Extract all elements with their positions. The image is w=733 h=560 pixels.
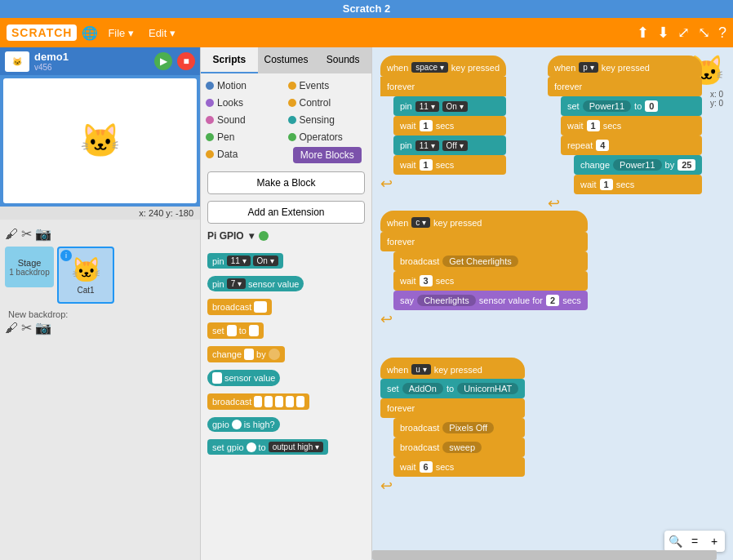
main-layout: 🐱 demo1 v456 ▶ ■ 🐱 x: 240 y: -180 🖌 ✂ 📷 [0, 47, 733, 560]
scripts-canvas[interactable]: 🐱 x: 0y: 0 when space ▾ key pressed fore… [372, 47, 733, 560]
category-sound[interactable]: Sound [206, 113, 285, 127]
tab-sounds[interactable]: Sounds [314, 47, 371, 73]
hat-block-c[interactable]: when c ▾ key pressed [380, 211, 588, 232]
upload-icon[interactable]: ⬆ [637, 24, 649, 42]
pin-sensor-block-item[interactable]: pin 7 ▾ sensor value [207, 273, 365, 294]
cat-sprite-label: Cat1 [77, 286, 94, 295]
sensor-value-block-item[interactable]: sensor value [207, 367, 365, 389]
say-cheerlights-block[interactable]: say Cheerlights sensor value for 2 secs [393, 291, 588, 310]
category-motion[interactable]: Motion [206, 78, 285, 93]
help-icon[interactable]: ? [718, 24, 726, 42]
category-sensing[interactable]: Sensing [288, 113, 367, 127]
cut-icon[interactable]: ✂ [21, 226, 32, 242]
wait-1-block-1[interactable]: wait 1 secs [393, 116, 506, 136]
zoom-out-button[interactable]: 🔍 [667, 533, 683, 549]
end-arrow-3: ↩ [380, 310, 588, 328]
wait-3-block[interactable]: wait 3 secs [393, 271, 588, 291]
blocks-list: pin 11 ▾ On ▾ pin 7 ▾ sensor value broad… [201, 245, 371, 560]
stage-header: 🐱 demo1 v456 ▶ ■ [0, 47, 200, 75]
stage-backdrop-count: 1 backdrop [9, 268, 49, 277]
change-by-block-item[interactable]: change by [207, 344, 365, 365]
red-stop-button[interactable]: ■ [177, 52, 195, 70]
file-menu[interactable]: File ▾ [103, 25, 139, 41]
wait-p-block[interactable]: wait 1 secs [561, 116, 702, 136]
zoom-reset-button[interactable]: = [686, 533, 703, 549]
stage-sprite-item[interactable]: Stage 1 backdrop [5, 247, 54, 287]
set-power11-block[interactable]: set Power11 to 0 [561, 96, 702, 116]
category-pen[interactable]: Pen [206, 130, 285, 144]
categories-right: Events Control Sensing Operators More Bl… [288, 78, 367, 163]
set-addon-block[interactable]: set AddOn to UnicornHAT [380, 379, 525, 398]
pi-gpio-label: Pi GPIO [207, 230, 244, 242]
category-looks[interactable]: Looks [206, 96, 285, 110]
edit-menu[interactable]: Edit ▾ [144, 25, 180, 41]
end-arrow-4: ↩ [380, 477, 525, 495]
window-title: Scratch 2 [343, 2, 391, 15]
add-extension-button[interactable]: Add an Extension [207, 201, 365, 224]
hat-block-p[interactable]: when p ▾ key pressed [548, 56, 702, 77]
sprite-info-icon[interactable]: i [60, 250, 72, 261]
repeat-4-block[interactable]: repeat 4 [561, 136, 702, 155]
menu-bar: SCRATCH 🌐 File ▾ Edit ▾ ⬆ ⬇ ⤢ ⤡ ? [0, 18, 733, 47]
cat-sprite-item[interactable]: i 🐱 Cat1 [57, 247, 114, 304]
pin-block-item[interactable]: pin 11 ▾ On ▾ [207, 251, 365, 271]
backdrop-paint-icon[interactable]: 🖌 [5, 321, 18, 336]
wait-2-block-1[interactable]: wait 1 secs [393, 155, 506, 175]
left-panel: 🐱 demo1 v456 ▶ ■ 🐱 x: 240 y: -180 🖌 ✂ 📷 [0, 47, 201, 560]
wait-6-block[interactable]: wait 6 secs [393, 457, 525, 477]
forever-block-4[interactable]: forever [380, 398, 525, 418]
broadcast-multi-block-item[interactable]: broadcast [207, 391, 365, 412]
zoom-in-button[interactable]: + [706, 533, 722, 549]
green-flag-button[interactable]: ▶ [154, 52, 172, 70]
gpio-status-dot [259, 231, 269, 241]
category-control[interactable]: Control [288, 96, 367, 110]
hat-block-u[interactable]: when u ▾ key pressed [380, 358, 525, 379]
broadcast-cheerlights-block[interactable]: broadcast Get Cheerlights [393, 251, 588, 271]
script-stack-3: when c ▾ key pressed forever broadcast G… [380, 211, 588, 328]
new-backdrop-label: New backdrop: [5, 308, 71, 321]
stage-area: 🐱 demo1 v456 ▶ ■ 🐱 [0, 47, 200, 207]
forever-block-2[interactable]: forever [548, 77, 702, 96]
backdrop-cut-icon[interactable]: ✂ [21, 320, 32, 336]
wait-repeat-block[interactable]: wait 1 secs [574, 175, 702, 194]
category-operators[interactable]: Operators [288, 130, 367, 144]
download-icon[interactable]: ⬇ [657, 24, 669, 42]
category-data[interactable]: Data [206, 147, 285, 162]
make-block-button[interactable]: Make a Block [207, 171, 365, 194]
backdrop-camera-icon[interactable]: 📷 [35, 320, 51, 336]
backdrop-tools: 🖌 ✂ 📷 [5, 320, 195, 336]
shrink-icon[interactable]: ⤡ [698, 24, 710, 42]
scripts-panel: 🐱 x: 0y: 0 when space ▾ key pressed fore… [372, 47, 733, 560]
project-name: demo1 [34, 51, 69, 63]
broadcast-sweep-block[interactable]: broadcast sweep [393, 438, 525, 457]
forever-block-1[interactable]: forever [380, 77, 506, 96]
tabs: Scripts Costumes Sounds [201, 47, 371, 73]
forever-block-3[interactable]: forever [380, 232, 588, 251]
more-blocks-button[interactable]: More Blocks [293, 147, 362, 163]
hat-block-space[interactable]: when space ▾ key pressed [380, 56, 506, 77]
set-to-block-item[interactable]: set to [207, 320, 365, 341]
gpio-is-high-block-item[interactable]: gpio is high? [207, 415, 365, 434]
pin-on-block[interactable]: pin 11 ▾ On ▾ [393, 96, 506, 116]
project-version: v456 [34, 63, 69, 72]
tab-scripts[interactable]: Scripts [201, 47, 258, 73]
block-categories: Motion Looks Sound Pen Data [201, 73, 371, 168]
change-power11-block[interactable]: change Power11 by 25 [574, 155, 702, 175]
categories-left: Motion Looks Sound Pen Data [206, 78, 285, 163]
script-stack-2: when p ▾ key pressed forever set Power11… [548, 56, 702, 212]
set-gpio-block-item[interactable]: set gpio to output high ▾ [207, 437, 365, 457]
horizontal-scrollbar[interactable] [372, 550, 717, 560]
sprites-panel: 🖌 ✂ 📷 Stage 1 backdrop i 🐱 Cat1 New back… [0, 220, 200, 560]
expand-icon[interactable]: ⤢ [677, 24, 690, 42]
broadcast-block-item[interactable]: broadcast [207, 296, 365, 318]
broadcast-pixels-off-block[interactable]: broadcast Pixels Off [393, 418, 525, 438]
cat-sprite-icon: 🐱 [71, 256, 101, 284]
blocks-panel: Scripts Costumes Sounds Motion Looks [201, 47, 372, 560]
paint-brush-icon[interactable]: 🖌 [5, 227, 18, 242]
xy-coords: x: 0y: 0 [710, 90, 723, 108]
category-events[interactable]: Events [288, 78, 367, 93]
pin-off-block[interactable]: pin 11 ▾ Off ▾ [393, 136, 506, 155]
globe-icon[interactable]: 🌐 [82, 25, 98, 41]
copy-icon[interactable]: 📷 [35, 226, 51, 242]
tab-costumes[interactable]: Costumes [258, 47, 315, 73]
